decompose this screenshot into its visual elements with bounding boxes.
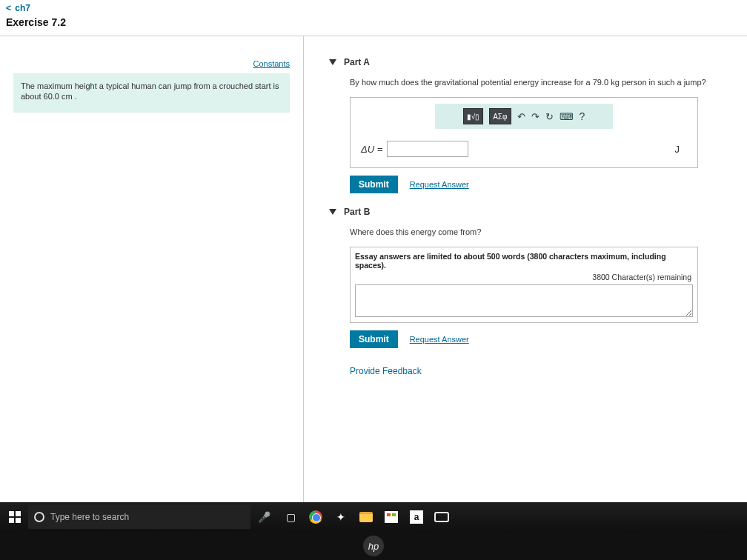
collapse-icon <box>329 59 336 65</box>
request-answer-link-a[interactable]: Request Answer <box>410 180 469 189</box>
part-b-title: Part B <box>344 207 370 217</box>
dropbox-icon[interactable]: ✦ <box>330 506 352 528</box>
characters-remaining: 3800 Character(s) remaining <box>355 271 693 284</box>
problem-statement: The maximum height a typical human can j… <box>13 73 290 113</box>
store-icon[interactable] <box>380 506 402 528</box>
templates-button[interactable]: ▮√▯ <box>463 108 484 124</box>
collapse-icon <box>329 209 336 215</box>
constants-link[interactable]: Constants <box>253 59 290 68</box>
page-title: Exercise 7.2 <box>0 15 747 36</box>
redo-icon[interactable]: ↷ <box>531 111 540 122</box>
content-area: Constants The maximum height a typical h… <box>0 36 747 502</box>
essay-textarea[interactable] <box>355 284 693 317</box>
svg-rect-2 <box>9 518 14 523</box>
mic-icon[interactable]: 🎤 <box>258 511 270 523</box>
app-window: < ch7 Exercise 7.2 Constants The maximum… <box>0 0 747 502</box>
left-panel: Constants The maximum height a typical h… <box>0 36 304 502</box>
right-panel: Part A By how much does the gravitationa… <box>304 36 747 502</box>
laptop-bezel: hp <box>0 532 747 560</box>
part-a-title: Part A <box>344 57 370 67</box>
search-placeholder: Type here to search <box>50 512 129 522</box>
amazon-icon[interactable]: a <box>405 506 428 528</box>
keyboard-icon[interactable]: ⌨ <box>560 111 574 122</box>
part-a-header[interactable]: Part A <box>329 57 722 67</box>
hp-logo-icon: hp <box>363 536 384 556</box>
taskbar-search[interactable]: Type here to search <box>28 505 250 529</box>
equation-toolbar: ▮√▯ ΑΣφ ↶ ↷ ↻ ⌨ ? <box>435 104 613 129</box>
submit-button-b[interactable]: Submit <box>350 330 398 348</box>
submit-button-a[interactable]: Submit <box>350 176 398 193</box>
help-icon[interactable]: ? <box>580 110 585 122</box>
chrome-icon[interactable] <box>305 506 327 528</box>
provide-feedback-link[interactable]: Provide Feedback <box>350 366 422 376</box>
part-b-header[interactable]: Part B <box>329 207 722 217</box>
start-button[interactable] <box>0 511 30 523</box>
variable-label: ΔU = <box>361 144 382 155</box>
mail-icon[interactable] <box>431 506 453 528</box>
request-answer-link-b[interactable]: Request Answer <box>410 335 469 344</box>
answer-input[interactable] <box>387 141 468 157</box>
svg-rect-1 <box>16 511 21 516</box>
symbols-button[interactable]: ΑΣφ <box>489 108 511 124</box>
undo-icon[interactable]: ↶ <box>517 111 525 122</box>
back-chevron-icon[interactable]: < <box>6 3 11 13</box>
part-b-question: Where does this energy come from? <box>350 227 722 236</box>
part-a-answer-box: ▮√▯ ΑΣφ ↶ ↷ ↻ ⌨ ? ΔU = J <box>350 97 698 168</box>
breadcrumb: < ch7 <box>0 0 747 15</box>
part-a-question: By how much does the gravitational poten… <box>350 78 722 87</box>
svg-rect-3 <box>16 518 21 523</box>
task-view-icon[interactable]: ▢ <box>279 506 302 528</box>
reset-icon[interactable]: ↻ <box>545 111 554 122</box>
part-b-essay-box: Essay answers are limited to about 500 w… <box>350 247 698 323</box>
search-icon <box>34 512 44 522</box>
unit-label: J <box>675 144 680 155</box>
svg-rect-0 <box>9 511 14 516</box>
file-explorer-icon[interactable] <box>355 506 377 528</box>
windows-taskbar: Type here to search 🎤 ▢ ✦ a <box>0 502 747 532</box>
essay-limit-note: Essay answers are limited to about 500 w… <box>355 250 693 271</box>
breadcrumb-link-ch7[interactable]: ch7 <box>15 3 30 13</box>
